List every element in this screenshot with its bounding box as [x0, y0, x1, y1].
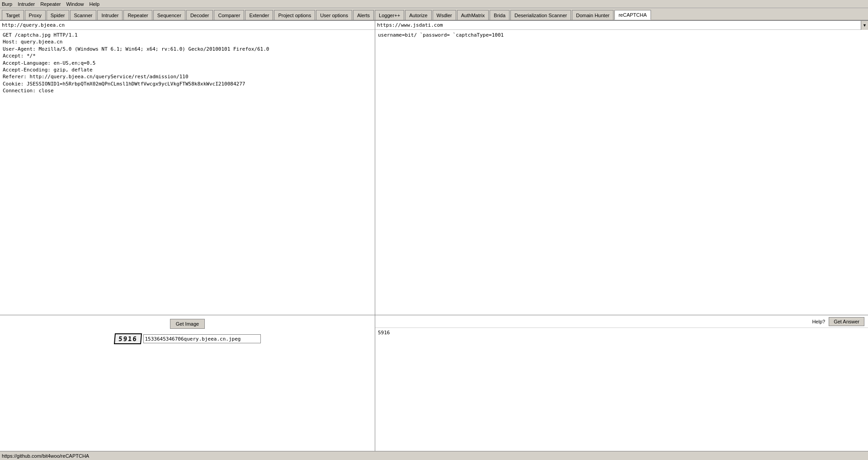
captcha-area: Get Image 5916: [0, 315, 375, 451]
left-panel: http://query.bjeea.cn GET /captcha.jpg H…: [0, 21, 375, 451]
tab-brida[interactable]: Brida: [490, 10, 509, 20]
tab-target[interactable]: Target: [2, 10, 24, 20]
response-url-bar: https://www.jsdati.com ▼: [375, 21, 868, 30]
tab-project-options[interactable]: Project options: [274, 10, 315, 20]
tab-intruder[interactable]: Intruder: [97, 10, 123, 20]
main-content: http://query.bjeea.cn GET /captcha.jpg H…: [0, 21, 868, 451]
tab-comparer[interactable]: Comparer: [214, 10, 244, 20]
tab-repeater[interactable]: Repeater: [123, 10, 152, 20]
tab-alerts[interactable]: Alerts: [353, 10, 374, 20]
captcha-row: 5916: [114, 333, 261, 344]
right-panel: https://www.jsdati.com ▼ username=bit/ `…: [375, 21, 868, 451]
response-url: https://www.jsdati.com: [375, 21, 861, 29]
tab-wsdler[interactable]: Wsdler: [433, 10, 456, 20]
dropdown-button[interactable]: ▼: [861, 21, 868, 30]
request-text[interactable]: GET /captcha.jpg HTTP/1.1 Host: query.bj…: [0, 30, 375, 315]
tab-deserialization-scanner[interactable]: Deserialization Scanner: [510, 10, 571, 20]
get-image-button[interactable]: Get Image: [170, 319, 205, 329]
request-area: http://query.bjeea.cn GET /captcha.jpg H…: [0, 21, 375, 315]
tab-scanner[interactable]: Scanner: [70, 10, 97, 20]
answer-area: Help? Get Answer: [375, 315, 868, 451]
request-url: http://query.bjeea.cn: [2, 22, 65, 28]
status-bar: https://github.com/bit4woo/reCAPTCHA: [0, 451, 868, 460]
tab-logger++[interactable]: Logger++: [375, 10, 404, 20]
captcha-filename-input[interactable]: [143, 334, 261, 343]
menu-burp[interactable]: Burp: [2, 1, 12, 7]
captcha-image: 5916: [113, 333, 142, 344]
menu-intruder[interactable]: Intruder: [18, 1, 35, 7]
get-answer-button[interactable]: Get Answer: [829, 317, 864, 326]
tab-decoder[interactable]: Decoder: [186, 10, 213, 20]
tab-proxy[interactable]: Proxy: [25, 10, 46, 20]
answer-toolbar: Help? Get Answer: [375, 315, 868, 328]
request-url-bar: http://query.bjeea.cn: [0, 21, 375, 30]
status-text: https://github.com/bit4woo/reCAPTCHA: [2, 453, 89, 459]
response-area: https://www.jsdati.com ▼ username=bit/ `…: [375, 21, 868, 315]
response-text[interactable]: username=bit/ `password= `captchaType=10…: [375, 30, 868, 315]
tab-authmatrix[interactable]: AuthMatrix: [457, 10, 489, 20]
tab-domain-hunter[interactable]: Domain Hunter: [572, 10, 613, 20]
tab-bar: TargetProxySpiderScannerIntruderRepeater…: [0, 8, 868, 21]
tab-sequencer[interactable]: Sequencer: [153, 10, 185, 20]
menu-window[interactable]: Window: [66, 1, 84, 7]
tab-autorize[interactable]: Autorize: [405, 10, 431, 20]
tab-extender[interactable]: Extender: [245, 10, 273, 20]
menu-bar: Burp Intruder Repeater Window Help: [0, 0, 868, 8]
menu-help[interactable]: Help: [90, 1, 100, 7]
tab-user-options[interactable]: User options: [316, 10, 352, 20]
help-label: Help?: [812, 319, 825, 324]
tab-recaptcha[interactable]: reCAPTCHA: [614, 10, 651, 20]
tab-spider[interactable]: Spider: [47, 10, 69, 20]
menu-repeater[interactable]: Repeater: [40, 1, 61, 7]
answer-input[interactable]: [375, 328, 868, 451]
